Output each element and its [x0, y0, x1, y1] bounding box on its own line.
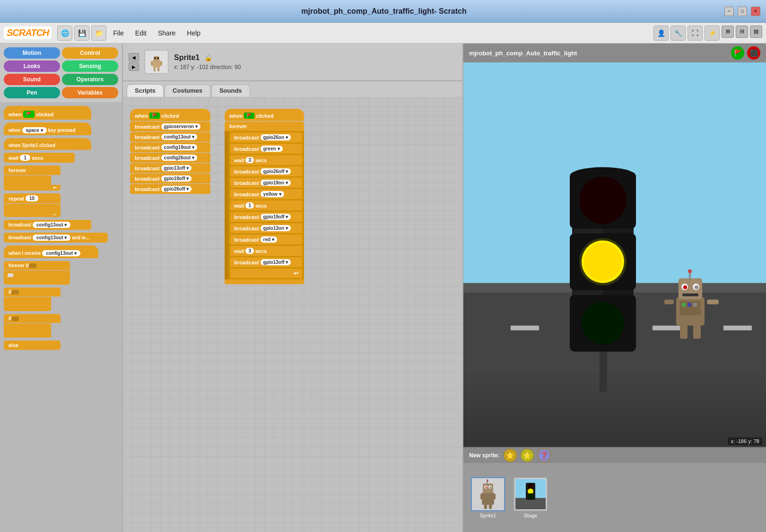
stage-title: mjrobot_ph_comp_Auto_traffic_light: [469, 50, 577, 57]
svg-rect-43: [688, 303, 691, 307]
svg-rect-45: [482, 492, 494, 505]
new-sprite-surprise-btn[interactable]: ❓: [538, 449, 551, 462]
svg-point-56: [487, 479, 488, 481]
svg-point-33: [695, 286, 698, 289]
s2-gpio26off[interactable]: broadcast gpio26off ▾: [230, 166, 302, 176]
repeat-block[interactable]: repeat 10: [4, 193, 61, 203]
cat-control-btn[interactable]: Control: [62, 47, 118, 59]
stage-label: Stage: [524, 513, 538, 518]
svg-point-62: [528, 493, 533, 499]
forever-if-block[interactable]: forever if: [4, 261, 70, 270]
svg-rect-52: [494, 493, 496, 499]
else-block[interactable]: else: [4, 340, 61, 350]
settings-icon[interactable]: 🔧: [670, 26, 686, 41]
fullscreen-icon[interactable]: ⛶: [688, 26, 703, 41]
s2-forever[interactable]: forever: [225, 122, 304, 131]
menu-share[interactable]: Share: [153, 27, 180, 39]
s2-gpio26on[interactable]: broadcast gpio26on ▾: [230, 132, 302, 142]
s2-gpio19off[interactable]: broadcast gpio19off ▾: [230, 212, 302, 222]
globe-icon[interactable]: 🌐: [57, 26, 72, 41]
s2-wait-3-secs-2[interactable]: wait 3 secs: [230, 246, 302, 256]
s1-broadcast-config26out[interactable]: broadcast config26out ▾: [130, 153, 210, 163]
tab-scripts[interactable]: Scripts: [127, 84, 164, 97]
broadcast-block[interactable]: broadcast config13out ▾: [4, 220, 91, 230]
blocks-scroll-area: when 🚩 clicked when space ▾ key pressed …: [0, 102, 122, 532]
s1-broadcast-config13out[interactable]: broadcast config13out ▾: [130, 132, 210, 142]
s2-gpio19on[interactable]: broadcast gpio19on ▾: [230, 178, 302, 188]
forever-block[interactable]: forever: [4, 166, 61, 175]
sprite-info: Sprite1 🔒 x: 187 y: -102 direction: 90: [174, 53, 241, 70]
stage-panel: mjrobot_ph_comp_Auto_traffic_light 🚩 ⬛: [463, 44, 766, 532]
svg-point-40: [688, 270, 692, 273]
view-medium[interactable]: ⊟: [736, 26, 748, 38]
s2-broadcast-yellow[interactable]: broadcast yellow ▾: [230, 189, 302, 199]
if-block-2[interactable]: if: [4, 314, 61, 323]
svg-rect-51: [480, 493, 482, 499]
s2-gpio13on[interactable]: broadcast gpio13on ▾: [230, 223, 302, 233]
svg-rect-7: [157, 68, 159, 71]
svg-rect-13: [653, 326, 681, 331]
nav-right-btn[interactable]: ▶: [129, 62, 139, 71]
cat-variables-btn[interactable]: Variables: [62, 87, 118, 98]
s2-wait-3-secs-1[interactable]: wait 3 secs: [230, 155, 302, 165]
minimize-button[interactable]: −: [724, 7, 734, 16]
save-icon[interactable]: 💾: [74, 26, 89, 41]
svg-point-25: [584, 243, 622, 281]
when-receive-block[interactable]: when I receive config13out ▾: [4, 245, 98, 258]
s2-wait-1-secs[interactable]: wait 1 secs: [230, 201, 302, 210]
sprite-tray-header: New sprite: ⭐ ⭐ ❓: [463, 448, 766, 463]
new-sprite-paint-btn[interactable]: ⭐: [504, 449, 517, 462]
tab-sounds[interactable]: Sounds: [211, 84, 250, 97]
s1-broadcast-gpioserveron[interactable]: broadcast gpioserveron ▾: [130, 122, 210, 131]
svg-rect-6: [154, 68, 156, 71]
account-icon[interactable]: 👤: [653, 26, 669, 41]
sprite-tray-content: Sprite1 St: [463, 463, 766, 532]
s2-broadcast-green[interactable]: broadcast green ▾: [230, 144, 302, 154]
broadcast-wait-block[interactable]: broadcast config13out ▾ and w...: [4, 233, 108, 243]
s1-broadcast-gpio13off[interactable]: broadcast gpio13off ▾: [130, 163, 210, 173]
cat-sound-btn[interactable]: Sound: [4, 74, 60, 85]
s1-broadcast-gpio26off[interactable]: broadcast gpio26off ▾: [130, 184, 210, 194]
folder-icon[interactable]: 📁: [91, 26, 106, 41]
s1-when-clicked[interactable]: when 🚩 clicked: [130, 109, 210, 121]
s2-when-clicked[interactable]: when 🚩 clicked: [225, 109, 304, 121]
when-clicked-block[interactable]: when 🚩 clicked: [4, 106, 91, 120]
s2-gpio13off[interactable]: broadcast gpio13off ▾: [230, 257, 302, 267]
when-sprite-clicked-block[interactable]: when Sprite1 clicked: [4, 138, 91, 150]
turbo-icon[interactable]: ⚡: [705, 26, 720, 41]
cat-operators-btn[interactable]: Operators: [62, 74, 118, 85]
new-sprite-upload-btn[interactable]: ⭐: [521, 449, 534, 462]
sprite-thumb-stage[interactable]: Stage: [512, 477, 549, 518]
stage-view: x: -186 y: 78: [463, 62, 766, 447]
stage-header: mjrobot_ph_comp_Auto_traffic_light 🚩 ⬛: [463, 44, 766, 62]
s2-broadcast-red[interactable]: broadcast red ▾: [230, 235, 302, 244]
s1-broadcast-gpio19off[interactable]: broadcast gpio19off ▾: [130, 174, 210, 183]
maximize-button[interactable]: □: [738, 7, 747, 16]
view-small[interactable]: ⊞: [722, 26, 734, 38]
cat-pen-btn[interactable]: Pen: [4, 87, 60, 98]
green-flag-button[interactable]: 🚩: [731, 46, 744, 60]
svg-rect-46: [483, 483, 493, 493]
svg-rect-53: [484, 504, 487, 509]
s1-broadcast-config19out[interactable]: broadcast config19out ▾: [130, 142, 210, 152]
close-button[interactable]: ×: [751, 7, 760, 16]
sprite1-img-box: [471, 477, 505, 511]
cat-sensing-btn[interactable]: Sensing: [62, 61, 118, 72]
menu-bar: SCRATCH 🌐 💾 📁 File Edit Share Help 👤 🔧 ⛶…: [0, 23, 766, 44]
menu-help[interactable]: Help: [182, 27, 205, 39]
view-large[interactable]: ▤: [750, 26, 762, 38]
if-block-1[interactable]: if: [4, 288, 61, 297]
tabs-row: Scripts Costumes Sounds: [123, 81, 462, 97]
tab-costumes[interactable]: Costumes: [165, 84, 210, 97]
cat-looks-btn[interactable]: Looks: [4, 61, 60, 72]
nav-left-btn[interactable]: ◀: [129, 53, 139, 61]
cat-motion-btn[interactable]: Motion: [4, 47, 60, 59]
wait-secs-block[interactable]: wait 1 secs: [4, 153, 75, 163]
menu-edit[interactable]: Edit: [131, 27, 151, 39]
when-space-pressed-block[interactable]: when space ▾ key pressed: [4, 122, 91, 135]
stop-button[interactable]: ⬛: [747, 46, 760, 60]
svg-rect-0: [153, 60, 160, 68]
menu-file[interactable]: File: [108, 27, 129, 39]
svg-rect-11: [511, 326, 539, 331]
sprite-thumb-sprite1[interactable]: Sprite1: [469, 477, 507, 518]
